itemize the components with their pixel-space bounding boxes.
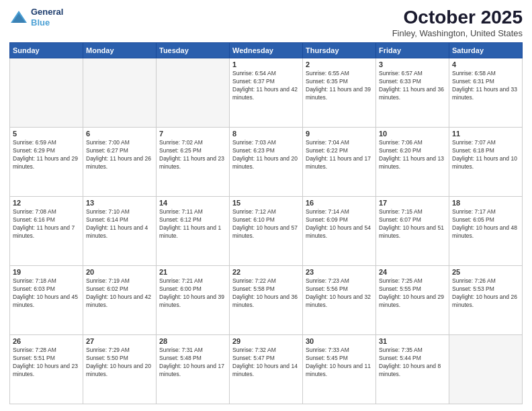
weekday-header-thursday: Thursday — [303, 43, 376, 58]
calendar-cell: 8Sunrise: 7:03 AM Sunset: 6:23 PM Daylig… — [230, 128, 303, 197]
day-number: 2 — [306, 60, 373, 68]
day-number: 27 — [86, 337, 153, 345]
calendar-cell: 20Sunrise: 7:19 AM Sunset: 6:02 PM Dayli… — [83, 266, 157, 335]
calendar-cell: 4Sunrise: 6:58 AM Sunset: 6:31 PM Daylig… — [449, 58, 523, 128]
week-row-1: 5Sunrise: 6:59 AM Sunset: 6:29 PM Daylig… — [10, 128, 523, 197]
day-number: 19 — [13, 268, 80, 276]
header: General Blue October 2025 Finley, Washin… — [9, 7, 523, 38]
calendar-cell: 9Sunrise: 7:04 AM Sunset: 6:22 PM Daylig… — [303, 128, 376, 197]
calendar-cell: 1Sunrise: 6:54 AM Sunset: 6:37 PM Daylig… — [230, 58, 303, 128]
day-number: 24 — [379, 268, 446, 276]
calendar-cell: 15Sunrise: 7:12 AM Sunset: 6:10 PM Dayli… — [230, 197, 303, 266]
day-number: 29 — [232, 337, 300, 345]
day-number: 28 — [159, 337, 226, 345]
calendar-subtitle: Finley, Washington, United States — [392, 28, 523, 38]
cell-info: Sunrise: 7:18 AM Sunset: 6:03 PM Dayligh… — [13, 277, 80, 310]
day-number: 16 — [306, 199, 373, 207]
week-row-4: 26Sunrise: 7:28 AM Sunset: 5:51 PM Dayli… — [10, 335, 523, 404]
cell-info: Sunrise: 7:29 AM Sunset: 5:50 PM Dayligh… — [86, 347, 153, 379]
calendar-cell: 18Sunrise: 7:17 AM Sunset: 6:05 PM Dayli… — [449, 197, 523, 266]
calendar-cell: 12Sunrise: 7:08 AM Sunset: 6:16 PM Dayli… — [10, 197, 83, 266]
calendar-cell: 25Sunrise: 7:26 AM Sunset: 5:53 PM Dayli… — [449, 266, 523, 335]
day-number: 3 — [379, 60, 446, 68]
day-number: 25 — [452, 268, 519, 276]
cell-info: Sunrise: 7:08 AM Sunset: 6:16 PM Dayligh… — [13, 208, 80, 240]
cell-info: Sunrise: 7:17 AM Sunset: 6:05 PM Dayligh… — [452, 208, 519, 240]
week-row-3: 19Sunrise: 7:18 AM Sunset: 6:03 PM Dayli… — [10, 266, 523, 335]
cell-info: Sunrise: 7:21 AM Sunset: 6:00 PM Dayligh… — [159, 277, 226, 310]
day-number: 8 — [232, 130, 300, 138]
calendar-cell: 7Sunrise: 7:02 AM Sunset: 6:25 PM Daylig… — [157, 128, 230, 197]
cell-info: Sunrise: 7:35 AM Sunset: 5:44 PM Dayligh… — [379, 347, 446, 379]
day-number: 17 — [379, 199, 446, 207]
day-number: 10 — [379, 130, 446, 138]
logo-line2: Blue — [31, 17, 50, 28]
calendar-table: SundayMondayTuesdayWednesdayThursdayFrid… — [9, 42, 523, 404]
day-number: 15 — [232, 199, 300, 207]
day-number: 5 — [13, 130, 80, 138]
day-number: 26 — [13, 337, 80, 345]
cell-info: Sunrise: 7:06 AM Sunset: 6:20 PM Dayligh… — [379, 139, 446, 171]
cell-info: Sunrise: 6:54 AM Sunset: 6:37 PM Dayligh… — [232, 70, 300, 102]
calendar-cell: 22Sunrise: 7:22 AM Sunset: 5:58 PM Dayli… — [230, 266, 303, 335]
weekday-header-friday: Friday — [376, 43, 449, 58]
weekday-header-monday: Monday — [83, 43, 157, 58]
cell-info: Sunrise: 7:28 AM Sunset: 5:51 PM Dayligh… — [13, 347, 80, 379]
day-number: 22 — [232, 268, 300, 276]
title-block: October 2025 Finley, Washington, United … — [392, 7, 523, 38]
calendar-cell: 23Sunrise: 7:23 AM Sunset: 5:56 PM Dayli… — [303, 266, 376, 335]
logo-text: General Blue — [31, 7, 63, 28]
logo: General Blue — [9, 7, 63, 28]
calendar-cell: 16Sunrise: 7:14 AM Sunset: 6:09 PM Dayli… — [303, 197, 376, 266]
cell-info: Sunrise: 7:07 AM Sunset: 6:18 PM Dayligh… — [452, 139, 519, 171]
cell-info: Sunrise: 7:22 AM Sunset: 5:58 PM Dayligh… — [232, 277, 300, 310]
cell-info: Sunrise: 6:55 AM Sunset: 6:35 PM Dayligh… — [306, 70, 373, 102]
cell-info: Sunrise: 7:23 AM Sunset: 5:56 PM Dayligh… — [306, 277, 373, 310]
cell-info: Sunrise: 6:57 AM Sunset: 6:33 PM Dayligh… — [379, 70, 446, 102]
calendar-cell: 31Sunrise: 7:35 AM Sunset: 5:44 PM Dayli… — [376, 335, 449, 404]
cell-info: Sunrise: 7:32 AM Sunset: 5:47 PM Dayligh… — [232, 347, 300, 379]
cell-info: Sunrise: 7:25 AM Sunset: 5:55 PM Dayligh… — [379, 277, 446, 310]
logo-line1: General — [31, 7, 63, 17]
calendar-cell — [449, 335, 523, 404]
cell-info: Sunrise: 7:04 AM Sunset: 6:22 PM Dayligh… — [306, 139, 373, 171]
weekday-header-wednesday: Wednesday — [230, 43, 303, 58]
calendar-cell: 19Sunrise: 7:18 AM Sunset: 6:03 PM Dayli… — [10, 266, 83, 335]
day-number: 4 — [452, 60, 519, 68]
calendar-cell: 26Sunrise: 7:28 AM Sunset: 5:51 PM Dayli… — [10, 335, 83, 404]
calendar-cell: 5Sunrise: 6:59 AM Sunset: 6:29 PM Daylig… — [10, 128, 83, 197]
calendar-cell: 27Sunrise: 7:29 AM Sunset: 5:50 PM Dayli… — [83, 335, 157, 404]
cell-info: Sunrise: 7:19 AM Sunset: 6:02 PM Dayligh… — [86, 277, 153, 310]
day-number: 20 — [86, 268, 153, 276]
day-number: 30 — [306, 337, 373, 345]
calendar-cell: 2Sunrise: 6:55 AM Sunset: 6:35 PM Daylig… — [303, 58, 376, 128]
day-number: 13 — [86, 199, 153, 207]
cell-info: Sunrise: 7:11 AM Sunset: 6:12 PM Dayligh… — [159, 208, 226, 240]
calendar-cell: 10Sunrise: 7:06 AM Sunset: 6:20 PM Dayli… — [376, 128, 449, 197]
cell-info: Sunrise: 7:33 AM Sunset: 5:45 PM Dayligh… — [306, 347, 373, 379]
day-number: 1 — [232, 60, 300, 68]
cell-info: Sunrise: 7:10 AM Sunset: 6:14 PM Dayligh… — [86, 208, 153, 240]
day-number: 18 — [452, 199, 519, 207]
day-number: 23 — [306, 268, 373, 276]
day-number: 12 — [13, 199, 80, 207]
cell-info: Sunrise: 6:58 AM Sunset: 6:31 PM Dayligh… — [452, 70, 519, 102]
cell-info: Sunrise: 7:15 AM Sunset: 6:07 PM Dayligh… — [379, 208, 446, 240]
calendar-cell: 17Sunrise: 7:15 AM Sunset: 6:07 PM Dayli… — [376, 197, 449, 266]
calendar-cell: 30Sunrise: 7:33 AM Sunset: 5:45 PM Dayli… — [303, 335, 376, 404]
day-number: 11 — [452, 130, 519, 138]
cell-info: Sunrise: 7:03 AM Sunset: 6:23 PM Dayligh… — [232, 139, 300, 171]
cell-info: Sunrise: 7:14 AM Sunset: 6:09 PM Dayligh… — [306, 208, 373, 240]
calendar-cell: 29Sunrise: 7:32 AM Sunset: 5:47 PM Dayli… — [230, 335, 303, 404]
calendar-cell: 14Sunrise: 7:11 AM Sunset: 6:12 PM Dayli… — [157, 197, 230, 266]
page: General Blue October 2025 Finley, Washin… — [0, 0, 532, 411]
cell-info: Sunrise: 7:02 AM Sunset: 6:25 PM Dayligh… — [159, 139, 226, 171]
cell-info: Sunrise: 7:26 AM Sunset: 5:53 PM Dayligh… — [452, 277, 519, 310]
header-row: SundayMondayTuesdayWednesdayThursdayFrid… — [10, 43, 523, 58]
weekday-header-sunday: Sunday — [10, 43, 83, 58]
day-number: 9 — [306, 130, 373, 138]
calendar-cell: 28Sunrise: 7:31 AM Sunset: 5:48 PM Dayli… — [157, 335, 230, 404]
calendar-cell: 21Sunrise: 7:21 AM Sunset: 6:00 PM Dayli… — [157, 266, 230, 335]
weekday-header-saturday: Saturday — [449, 43, 523, 58]
cell-info: Sunrise: 7:31 AM Sunset: 5:48 PM Dayligh… — [159, 347, 226, 379]
